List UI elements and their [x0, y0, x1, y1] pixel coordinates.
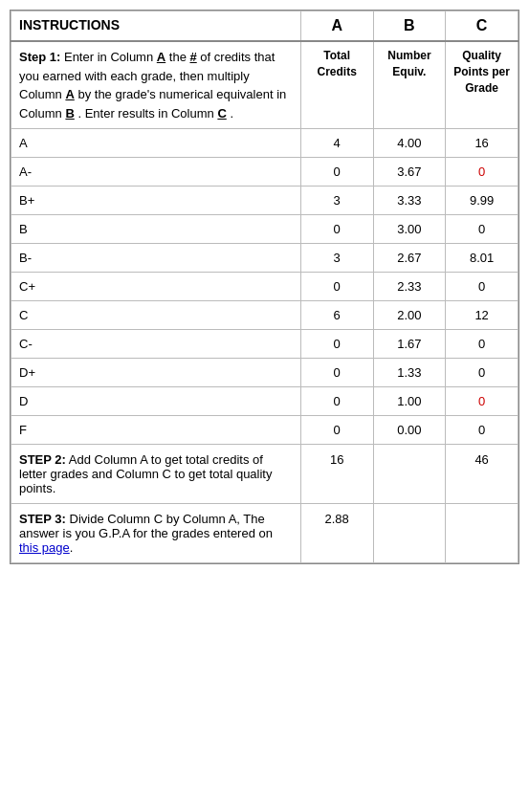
table-row: B+33.339.99 [11, 187, 518, 215]
grade-credits[interactable]: 0 [300, 273, 373, 301]
grade-equiv: 0.00 [373, 416, 446, 445]
col-c-header: C [446, 11, 518, 42]
grade-equiv: 3.67 [373, 158, 446, 187]
grade-quality-points[interactable]: 12 [446, 301, 518, 330]
col-b-header: B [373, 11, 446, 42]
total-credits-label: Total Credits [309, 48, 365, 80]
grade-label: D [11, 387, 301, 416]
table-row: F00.000 [11, 416, 518, 445]
grade-credits[interactable]: 0 [300, 416, 373, 445]
number-equiv-label: Number Equiv. [382, 48, 438, 80]
col-a-header: A [300, 11, 373, 42]
grade-equiv: 1.33 [373, 359, 446, 387]
grade-quality-points[interactable]: 8.01 [446, 244, 518, 273]
table-row: A-03.670 [11, 158, 518, 187]
grade-equiv: 3.00 [373, 215, 446, 244]
grade-credits[interactable]: 0 [300, 158, 373, 187]
table-row: B-32.678.01 [11, 244, 518, 273]
step3-col-b-empty [373, 504, 446, 563]
grade-label: D+ [11, 359, 301, 387]
grade-label: C- [11, 330, 301, 359]
grade-label: B [11, 215, 301, 244]
grade-quality-points[interactable]: 0 [446, 215, 518, 244]
step2-total-credits: 16 [300, 445, 373, 504]
instructions-header: INSTRUCTIONS [11, 11, 301, 42]
grade-equiv: 2.33 [373, 273, 446, 301]
quality-points-label: Quality Points per Grade [453, 48, 510, 96]
grade-label: F [11, 416, 301, 445]
grade-credits[interactable]: 3 [300, 244, 373, 273]
table-row: D01.000 [11, 387, 518, 416]
grade-label: C [11, 301, 301, 330]
step3-col-c-empty [446, 504, 518, 563]
step3-row: STEP 3: Divide Column C by Column A, The… [11, 504, 518, 563]
step1-label: Step 1: [19, 50, 60, 64]
gpa-calculator-table: INSTRUCTIONS A B C Step 1: Enter in Colu… [10, 10, 519, 564]
grade-label: B+ [11, 187, 301, 215]
grade-label: B- [11, 244, 301, 273]
grade-equiv: 3.33 [373, 187, 446, 215]
step1-col-c: Quality Points per Grade [446, 41, 518, 129]
step1-row: Step 1: Enter in Column A the # of credi… [11, 41, 518, 129]
step3-gpa-value: 2.88 [300, 504, 373, 563]
grade-quality-points[interactable]: 0 [446, 330, 518, 359]
step2-row: STEP 2: Add Column A to get total credit… [11, 445, 518, 504]
table-row: C+02.330 [11, 273, 518, 301]
grade-quality-points[interactable]: 0 [446, 416, 518, 445]
table-row: A44.0016 [11, 129, 518, 158]
table-row: B03.000 [11, 215, 518, 244]
step2-instructions: STEP 2: Add Column A to get total credit… [11, 445, 301, 504]
grade-quality-points[interactable]: 0 [446, 359, 518, 387]
grade-credits[interactable]: 6 [300, 301, 373, 330]
grade-equiv: 2.00 [373, 301, 446, 330]
grade-label: C+ [11, 273, 301, 301]
grade-equiv: 1.67 [373, 330, 446, 359]
grade-quality-points[interactable]: 9.99 [446, 187, 518, 215]
grade-quality-points[interactable]: 0 [446, 387, 518, 416]
step1-col-a: Total Credits [300, 41, 373, 129]
grade-quality-points[interactable]: 0 [446, 273, 518, 301]
grade-credits[interactable]: 0 [300, 359, 373, 387]
grade-label: A [11, 129, 301, 158]
step1-col-b: Number Equiv. [373, 41, 446, 129]
grade-equiv: 4.00 [373, 129, 446, 158]
grade-equiv: 1.00 [373, 387, 446, 416]
table-row: C-01.670 [11, 330, 518, 359]
grade-label: A- [11, 158, 301, 187]
grade-equiv: 2.67 [373, 244, 446, 273]
grade-credits[interactable]: 4 [300, 129, 373, 158]
grade-credits[interactable]: 0 [300, 387, 373, 416]
grade-quality-points[interactable]: 0 [446, 158, 518, 187]
table-row: D+01.330 [11, 359, 518, 387]
grade-quality-points[interactable]: 16 [446, 129, 518, 158]
grade-credits[interactable]: 0 [300, 330, 373, 359]
step2-total-quality: 46 [446, 445, 518, 504]
grade-credits[interactable]: 3 [300, 187, 373, 215]
instructions-label: INSTRUCTIONS [19, 17, 120, 33]
step1-instructions: Step 1: Enter in Column A the # of credi… [11, 41, 301, 129]
grade-credits[interactable]: 0 [300, 215, 373, 244]
step2-col-b-empty [373, 445, 446, 504]
step3-instructions: STEP 3: Divide Column C by Column A, The… [11, 504, 301, 563]
table-row: C62.0012 [11, 301, 518, 330]
